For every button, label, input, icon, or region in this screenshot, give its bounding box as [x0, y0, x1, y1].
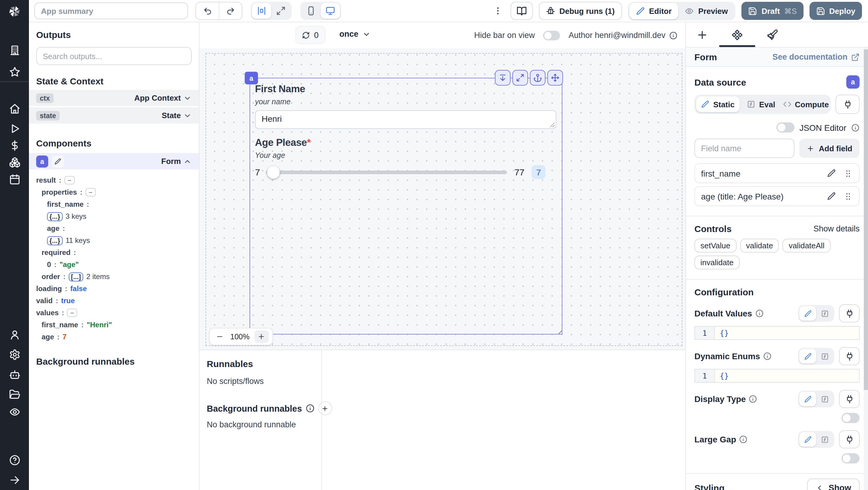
sidebar-item-favorites[interactable] — [0, 63, 29, 81]
config-toggle[interactable] — [841, 413, 860, 423]
tab-component-settings[interactable] — [728, 22, 746, 47]
tab-preview[interactable]: Preview — [678, 3, 735, 19]
redo-button[interactable] — [219, 2, 242, 19]
deploy-button[interactable]: Deploy — [809, 2, 862, 20]
zoom-out-button[interactable] — [213, 331, 225, 343]
collapse-toggle[interactable]: − — [85, 188, 96, 196]
sidebar-item-schedules[interactable] — [0, 170, 29, 188]
compute-mode-button[interactable]: Compute — [783, 96, 829, 112]
connect-button[interactable] — [839, 304, 860, 323]
eval-mode-button[interactable] — [816, 392, 833, 406]
json-editor-toggle[interactable] — [776, 122, 795, 132]
hide-bar-toggle[interactable] — [543, 30, 560, 40]
desktop-view-button[interactable] — [321, 3, 340, 19]
object-pill[interactable]: {...} — [47, 236, 62, 245]
more-menu-button[interactable] — [491, 2, 504, 19]
slider-handle[interactable] — [267, 166, 280, 178]
search-outputs-input[interactable] — [36, 47, 192, 65]
edit-field-button[interactable] — [827, 169, 836, 178]
form-component[interactable]: a First Name your name — [250, 78, 562, 335]
eval-mode-button[interactable] — [816, 349, 833, 363]
canvas[interactable]: a First Name your name — [199, 48, 685, 349]
drag-handle[interactable] — [843, 169, 853, 178]
static-mode-button[interactable]: Static — [696, 96, 740, 112]
sidebar-item-users[interactable] — [0, 326, 29, 343]
static-mode-button[interactable] — [799, 306, 816, 320]
sidebar-item-settings[interactable] — [0, 345, 29, 363]
sidebar-item-help[interactable] — [0, 451, 29, 469]
age-slider[interactable] — [266, 170, 507, 174]
object-pill[interactable]: [...] — [68, 272, 83, 281]
sidebar-item-workers[interactable] — [0, 365, 29, 383]
code-content[interactable]: {} — [715, 369, 859, 382]
code-editor[interactable]: 1{} — [694, 369, 860, 383]
paintbrush-icon — [766, 29, 778, 41]
windmill-logo[interactable] — [0, 0, 29, 22]
drag-handle[interactable] — [843, 191, 853, 201]
ctx-row[interactable]: ctx App Context — [29, 90, 199, 106]
documentation-button[interactable] — [510, 2, 533, 20]
field-name-input[interactable] — [694, 139, 795, 158]
centered-layout-button[interactable] — [252, 3, 271, 19]
undo-button[interactable] — [196, 2, 219, 19]
connect-button[interactable] — [839, 390, 860, 408]
app-page-grid[interactable]: a First Name your name — [206, 53, 682, 346]
config-toggle[interactable] — [841, 453, 860, 463]
eval-mode-button[interactable] — [816, 306, 833, 320]
component-tag: a — [245, 72, 258, 84]
sidebar-item-folders[interactable] — [0, 385, 29, 403]
state-row[interactable]: state State — [29, 107, 199, 124]
app-summary-input[interactable] — [34, 2, 188, 19]
tab-add-component[interactable] — [693, 22, 711, 47]
fullscreen-button[interactable] — [513, 70, 528, 86]
sidebar-item-home[interactable] — [0, 99, 29, 118]
eval-mode-button[interactable] — [816, 432, 833, 447]
draft-button[interactable]: Draft ⌘S — [742, 2, 803, 20]
add-field-button[interactable]: Add field — [800, 139, 860, 158]
collapse-toggle[interactable]: − — [67, 309, 78, 317]
move-button[interactable] — [547, 70, 563, 86]
tab-editor[interactable]: Editor — [629, 3, 678, 19]
sidebar-item-runs[interactable] — [0, 119, 29, 137]
see-documentation-link[interactable]: See documentation — [772, 53, 860, 61]
sidebar-item-variables[interactable] — [0, 136, 29, 154]
refresh-button[interactable]: 0 — [296, 26, 325, 44]
anchor-button[interactable] — [530, 70, 546, 86]
styling-show-button[interactable]: Show — [807, 479, 860, 490]
edit-field-button[interactable] — [827, 192, 836, 201]
schedule-dropdown[interactable]: once — [339, 30, 370, 38]
mobile-view-button[interactable] — [301, 3, 321, 19]
tree-value: "age" — [59, 261, 79, 269]
zoom-in-button[interactable] — [254, 330, 269, 343]
full-width-layout-button[interactable] — [271, 3, 290, 19]
code-editor[interactable]: 1{} — [694, 326, 860, 340]
show-details-button[interactable]: Show details — [813, 224, 860, 233]
sidebar-item-resources[interactable] — [0, 153, 29, 171]
control-pill[interactable]: validateAll — [783, 239, 831, 252]
sidebar-item-audit[interactable] — [0, 403, 29, 421]
debug-runs-button[interactable]: Debug runs (1) — [539, 2, 622, 20]
component-row-form[interactable]: a Form — [29, 153, 199, 170]
connect-button[interactable] — [839, 430, 860, 449]
rename-component-button[interactable] — [52, 155, 64, 167]
static-mode-button[interactable] — [799, 432, 816, 447]
scrollbar-thumb[interactable] — [864, 50, 868, 390]
tab-styling[interactable] — [763, 22, 781, 47]
object-pill[interactable]: {...} — [47, 212, 62, 221]
connect-button[interactable] — [839, 347, 860, 365]
sidebar-item-collapse[interactable] — [0, 471, 29, 489]
field-row[interactable]: first_name — [694, 163, 860, 183]
field-row[interactable]: age (title: Age Please) — [694, 186, 860, 206]
collapse-toggle[interactable]: − — [64, 176, 74, 184]
code-content[interactable]: {} — [715, 327, 859, 339]
first-name-field[interactable]: Henri — [255, 111, 556, 128]
connect-button[interactable] — [835, 95, 860, 114]
sidebar-item-workspace[interactable] — [0, 41, 29, 59]
control-pill[interactable]: invalidate — [694, 255, 740, 269]
static-mode-button[interactable] — [799, 392, 816, 406]
expand-down-button[interactable] — [495, 70, 510, 86]
static-mode-button[interactable] — [799, 349, 816, 363]
eval-mode-button[interactable]: Eval — [740, 96, 783, 112]
control-pill[interactable]: validate — [740, 239, 779, 252]
control-pill[interactable]: setValue — [694, 239, 736, 252]
